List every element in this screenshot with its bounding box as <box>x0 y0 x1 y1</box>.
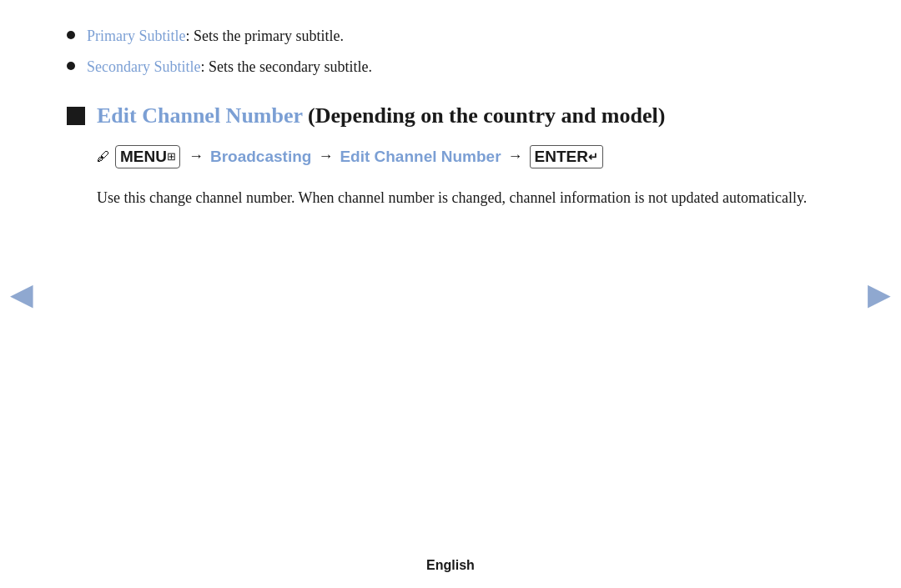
hand-icon: 🖋 <box>97 149 110 164</box>
prev-nav-button[interactable]: ◀ <box>10 277 33 312</box>
section-title-link: Edit Channel Number <box>97 103 303 128</box>
primary-subtitle-link: Primary Subtitle <box>87 28 186 44</box>
menu-label: MENU <box>120 148 167 166</box>
footer: English <box>426 558 475 573</box>
section-square-icon <box>67 107 85 125</box>
bullet-list: Primary Subtitle: Sets the primary subti… <box>67 25 834 78</box>
primary-subtitle-rest: : Sets the primary subtitle. <box>186 28 344 44</box>
menu-icon: MENU⊞ <box>115 145 180 168</box>
nav-arrow-1: → <box>189 148 204 165</box>
nav-edit-channel: Edit Channel Number <box>340 148 501 166</box>
bullet-dot-2 <box>67 62 75 70</box>
section-title-suffix: (Depending on the country and model) <box>303 103 666 128</box>
secondary-subtitle-link: Secondary Subtitle <box>87 58 200 75</box>
main-content: Primary Subtitle: Sets the primary subti… <box>0 0 901 210</box>
section-title: Edit Channel Number (Depending on the co… <box>97 102 665 130</box>
nav-arrow-2: → <box>318 148 333 165</box>
enter-icon: ENTER↵ <box>530 145 603 168</box>
secondary-subtitle-text: Secondary Subtitle: Sets the secondary s… <box>87 56 372 78</box>
primary-subtitle-text: Primary Subtitle: Sets the primary subti… <box>87 25 344 48</box>
language-label: English <box>426 558 475 572</box>
grid-icon: ⊞ <box>167 150 175 163</box>
next-nav-button[interactable]: ▶ <box>868 277 891 312</box>
next-arrow-icon: ▶ <box>868 278 891 311</box>
list-item-secondary-subtitle: Secondary Subtitle: Sets the secondary s… <box>67 56 834 78</box>
prev-arrow-icon: ◀ <box>10 278 33 311</box>
nav-path: 🖋 MENU⊞ → Broadcasting → Edit Channel Nu… <box>97 145 834 168</box>
description-text: Use this change channel number. When cha… <box>97 185 834 211</box>
list-item-primary-subtitle: Primary Subtitle: Sets the primary subti… <box>67 25 834 48</box>
bullet-dot-1 <box>67 31 75 39</box>
section-header: Edit Channel Number (Depending on the co… <box>67 102 834 130</box>
enter-symbol: ↵ <box>588 150 598 163</box>
enter-label: ENTER <box>535 148 588 166</box>
nav-arrow-3: → <box>508 148 523 165</box>
nav-broadcasting: Broadcasting <box>210 148 311 166</box>
secondary-subtitle-rest: : Sets the secondary subtitle. <box>200 58 371 75</box>
